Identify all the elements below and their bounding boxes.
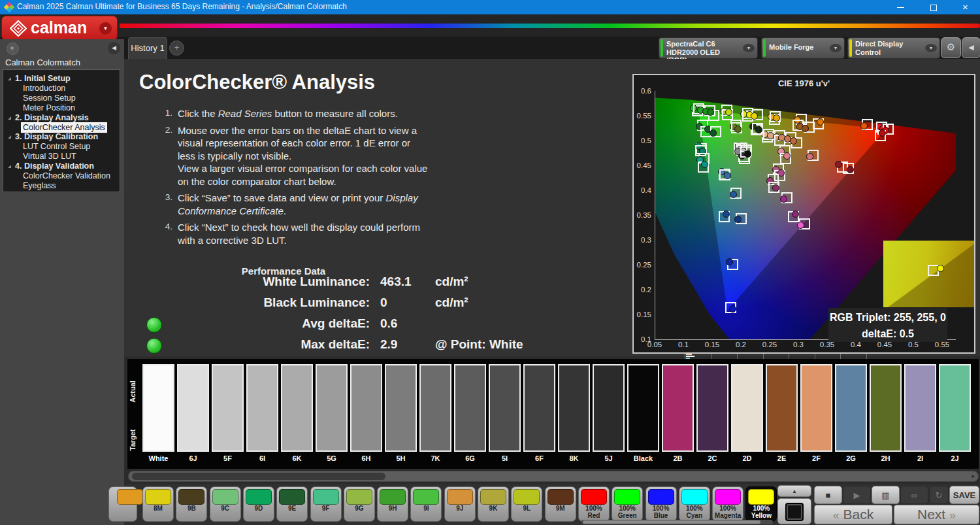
chevron-left-icon: ◀ — [112, 44, 116, 51]
add-tab-button[interactable]: + — [169, 41, 184, 56]
palette-button-8m[interactable]: 8M — [142, 486, 174, 522]
refresh-button[interactable]: ↻ — [929, 486, 949, 504]
stop-button[interactable]: ■ — [814, 486, 842, 504]
palette-button-100-yellow[interactable]: 100% Yellow — [745, 486, 777, 522]
sidebar-item-eyeglass[interactable]: Eyeglass — [3, 181, 120, 191]
sidebar-item-2-display-analysis[interactable]: 2. Display Analysis — [3, 113, 120, 123]
instruction-item: 3.Click “Save” to save data and view or … — [161, 192, 430, 217]
sidebar-item-colorchecker-validation[interactable]: ColorChecker Validation — [3, 171, 120, 181]
measured-point — [790, 137, 797, 144]
color-comparator: Actual Target White6J5F6I6K5G6H5H7K6G5I6… — [127, 359, 979, 469]
comparator-scrollbar[interactable]: ◄ ► — [128, 471, 979, 482]
sidebar-item-introduction[interactable]: Introduction — [3, 84, 120, 93]
chevron-down-icon[interactable]: ▼ — [830, 44, 841, 52]
sidebar-radio-button[interactable] — [7, 42, 19, 55]
sidebar-item-meter-position[interactable]: Meter Position — [3, 103, 120, 113]
palette-button-label: 9D — [244, 505, 274, 513]
palette-button-label: 9F — [311, 505, 341, 513]
y-tick-label: 0.15 — [634, 311, 651, 318]
swatch-label: 2D — [731, 454, 763, 462]
minimize-button[interactable] — [886, 0, 915, 14]
palette-button-9l[interactable]: 9L — [511, 486, 542, 522]
chevron-down-icon[interactable]: ▼ — [743, 44, 755, 52]
pattern-window-button[interactable] — [777, 498, 811, 524]
palette-button-9c[interactable]: 9C — [210, 486, 241, 522]
collapse-panel-button[interactable]: ◀ — [962, 37, 980, 58]
palette-button-9m[interactable]: 9M — [545, 486, 576, 522]
comparator-swatch-2b — [662, 364, 694, 452]
y-tick-label: 0.25 — [634, 261, 651, 269]
comparator-swatch-6h — [350, 364, 382, 452]
scroll-right-icon[interactable]: ► — [971, 473, 976, 481]
back-button[interactable]: « Back — [814, 505, 892, 524]
palette-button-100-magenta[interactable]: 100% Magenta — [712, 486, 743, 522]
save-button[interactable]: SAVE — [949, 486, 979, 504]
tooltip-deltae: deltaE: 0.5 — [828, 326, 947, 342]
palette-button-9k[interactable]: 9K — [478, 486, 509, 522]
tab-history-1[interactable]: History 1 — [128, 37, 167, 59]
color-chip — [748, 489, 774, 505]
palette-button-100-cyan[interactable]: 100% Cyan — [679, 486, 710, 522]
performance-value: 463.1 — [380, 275, 412, 289]
sidebar-collapse-button[interactable]: ◀ — [108, 42, 120, 54]
palette-button-100-red[interactable]: 100% Red — [578, 486, 610, 522]
palette-button-label: 9E — [277, 505, 307, 513]
palette-scrollbar[interactable] — [581, 520, 773, 524]
color-chip — [117, 489, 143, 505]
palette-button-label: 8M — [143, 505, 173, 513]
settings-button[interactable]: ⚙ — [941, 37, 961, 58]
device-dropdown-3[interactable]: Direct Display Control▼ — [847, 37, 940, 59]
sidebar-item-virtual-3d-lut[interactable]: Virtual 3D LUT — [3, 152, 120, 161]
comparator-swatch-2g — [835, 364, 867, 452]
sidebar-item-lut-control-setup[interactable]: LUT Control Setup — [3, 142, 120, 152]
performance-unit: @ Point: White — [435, 337, 523, 352]
sidebar-item-session-setup[interactable]: Session Setup — [3, 93, 120, 103]
palette-button-9b[interactable]: 9B — [176, 486, 207, 522]
device-dropdown-1[interactable]: SpectraCal C6 HDR2000 OLED (RGB)▼ — [659, 37, 758, 59]
chevron-down-icon[interactable]: ▼ — [925, 44, 937, 52]
palette-scroll-up-button[interactable]: ▲ — [777, 485, 811, 497]
play-button[interactable]: ▶ — [843, 486, 871, 504]
sidebar-item-4-display-validation[interactable]: 4. Display Validation — [3, 161, 120, 171]
sidebar-item-1-initial-setup[interactable]: 1. Initial Setup — [3, 74, 120, 84]
y-tick-label: 0.3 — [634, 236, 651, 244]
expand-icon — [8, 77, 11, 80]
palette-scrollbar-thumb[interactable] — [583, 520, 760, 524]
actual-label: Actual — [129, 372, 137, 411]
palette-button-9g[interactable]: 9G — [344, 486, 375, 522]
deltae-bar[interactable] — [686, 354, 692, 355]
swatch-label: 6G — [454, 454, 486, 462]
palette-button-100-green[interactable]: 100% Green — [612, 486, 643, 522]
stop-icon: ■ — [826, 490, 831, 500]
palette-button-9f[interactable]: 9F — [310, 486, 342, 522]
palette-button-9h[interactable]: 9H — [377, 486, 408, 522]
device-dropdown-2[interactable]: Mobile Forge▼ — [761, 37, 845, 59]
device-status-indicator — [763, 39, 766, 57]
chevron-down-icon[interactable]: ▼ — [99, 22, 112, 35]
y-tick-label: 0.6 — [634, 87, 651, 95]
calman-logo-text: calman — [31, 18, 87, 37]
next-button[interactable]: Next » — [894, 505, 979, 524]
deltae-bar[interactable] — [686, 356, 694, 357]
comparator-scrollbar-thumb[interactable] — [132, 473, 385, 480]
maximize-button[interactable] — [919, 0, 948, 14]
sidebar-item-colorchecker-analysis[interactable]: ColorChecker Analysis — [3, 123, 120, 133]
y-tick-label: 0.4 — [634, 186, 651, 194]
palette-button-9i[interactable]: 9I — [410, 486, 442, 522]
palette-button-9d[interactable]: 9D — [243, 486, 274, 522]
refresh-icon: ↻ — [936, 490, 943, 500]
read-series-button[interactable]: ▥ — [872, 486, 900, 504]
sidebar-item-3-display-calibration[interactable]: 3. Display Calibration — [3, 132, 120, 142]
palette-button-9e[interactable]: 9E — [276, 486, 308, 522]
expand-icon — [8, 165, 11, 168]
palette-button-label: 9B — [176, 505, 206, 513]
calman-menu-button[interactable]: calman ▼ — [1, 16, 118, 41]
measured-point — [847, 166, 854, 173]
palette-button-partial[interactable] — [108, 486, 137, 522]
app-window-icon — [5, 3, 14, 12]
palette-button-9j[interactable]: 9J — [444, 486, 476, 522]
link-button[interactable]: ∞ — [900, 486, 928, 504]
palette-button-100-blue[interactable]: 100% Blue — [645, 486, 677, 522]
close-button[interactable]: × — [951, 0, 980, 14]
swatch-label: 5F — [212, 454, 244, 462]
